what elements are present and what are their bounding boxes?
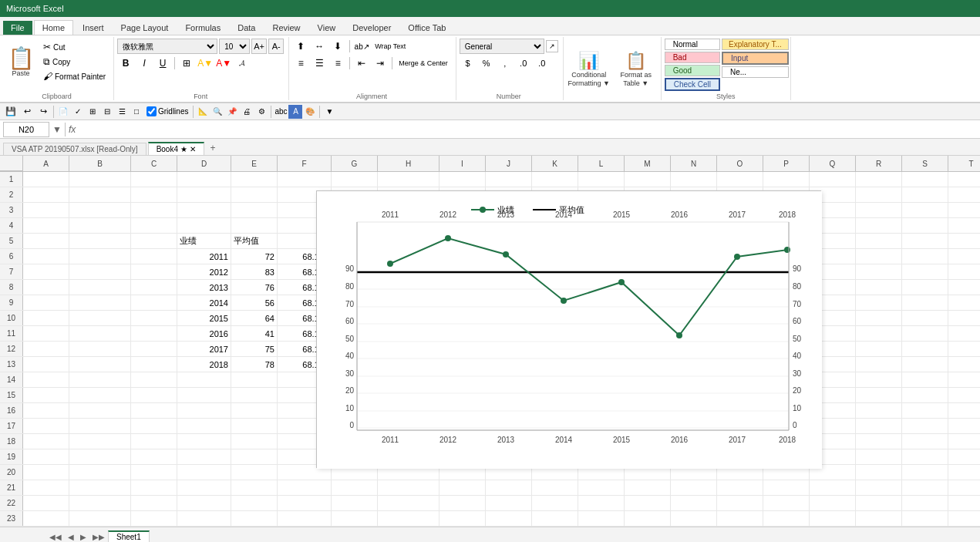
grid-cell[interactable] xyxy=(671,511,717,526)
grid-cell[interactable] xyxy=(902,342,948,356)
style-input[interactable]: Input xyxy=(722,52,789,65)
grid-cell[interactable] xyxy=(378,511,439,526)
grid-cell[interactable] xyxy=(177,203,231,217)
grid-cell[interactable] xyxy=(625,496,671,510)
grid-cell[interactable]: 78 xyxy=(231,357,278,372)
grid-cell[interactable] xyxy=(948,465,980,480)
tab-book4[interactable]: Book4 ★ ✕ xyxy=(148,142,204,155)
formula-input[interactable] xyxy=(79,122,977,137)
col-R[interactable]: R xyxy=(856,156,902,171)
grid-cell[interactable] xyxy=(69,434,131,449)
grid-cell[interactable] xyxy=(177,480,231,495)
grid-cell[interactable] xyxy=(69,234,131,248)
grid-cell[interactable] xyxy=(948,172,980,187)
grid-cell[interactable] xyxy=(231,388,278,402)
col-C[interactable]: C xyxy=(131,156,177,171)
grid-cell[interactable] xyxy=(856,249,902,264)
col-Q[interactable]: Q xyxy=(810,156,856,171)
grid-cell[interactable] xyxy=(231,187,278,202)
color-picker-btn[interactable]: 🎨 xyxy=(303,105,317,119)
grid-cell[interactable] xyxy=(625,511,671,526)
grid-cell[interactable] xyxy=(902,264,948,279)
grid-cell[interactable] xyxy=(902,511,948,526)
grid-cell[interactable] xyxy=(948,218,980,233)
col-N[interactable]: N xyxy=(671,156,717,171)
grid-cell[interactable]: 64 xyxy=(231,311,278,325)
font-effects-button[interactable]: 𝓐 xyxy=(234,56,251,71)
spell-check-button[interactable]: abc xyxy=(274,105,288,119)
grid-cell[interactable] xyxy=(177,372,231,387)
col-J[interactable]: J xyxy=(486,156,532,171)
grid-cell[interactable] xyxy=(177,496,231,510)
grid-cell[interactable] xyxy=(69,326,131,341)
col-S[interactable]: S xyxy=(902,156,948,171)
borders-button[interactable]: ⊞ xyxy=(178,56,195,71)
tab-file[interactable]: File xyxy=(3,21,32,35)
grid-cell[interactable] xyxy=(625,172,671,187)
grid-cell[interactable] xyxy=(23,357,69,372)
grid-cell[interactable] xyxy=(671,496,717,510)
undo-button[interactable]: ↩ xyxy=(19,105,35,119)
tb-btn6[interactable]: □ xyxy=(130,105,143,119)
grid-cell[interactable]: 平均值 xyxy=(231,234,278,248)
grid-cell[interactable] xyxy=(948,187,980,202)
col-T[interactable]: T xyxy=(948,156,980,171)
grid-cell[interactable] xyxy=(948,311,980,325)
grid-cell[interactable] xyxy=(439,172,486,187)
grid-cell[interactable] xyxy=(23,465,69,480)
grid-cell[interactable] xyxy=(902,326,948,341)
grid-cell[interactable] xyxy=(763,172,810,187)
grid-cell[interactable] xyxy=(231,172,278,187)
grid-cell[interactable] xyxy=(23,480,69,495)
grid-cell[interactable] xyxy=(278,511,332,526)
grid-cell[interactable]: 2014 xyxy=(177,295,231,310)
grid-cell[interactable]: 83 xyxy=(231,264,278,279)
grid-cell[interactable] xyxy=(231,496,278,510)
grid-cell[interactable]: 41 xyxy=(231,326,278,341)
grid-cell[interactable] xyxy=(332,172,378,187)
style-bad[interactable]: Bad xyxy=(665,52,720,63)
grid-cell[interactable] xyxy=(23,187,69,202)
grid-cell[interactable] xyxy=(69,372,131,387)
tab-insert[interactable]: Insert xyxy=(75,21,112,35)
grid-cell[interactable]: 2018 xyxy=(177,357,231,372)
grid-cell[interactable] xyxy=(177,403,231,418)
grid-cell[interactable] xyxy=(131,357,177,372)
grid-cell[interactable] xyxy=(69,264,131,279)
grid-cell[interactable]: 56 xyxy=(231,295,278,310)
grid-cell[interactable] xyxy=(177,172,231,187)
grid-cell[interactable] xyxy=(378,480,439,495)
italic-button[interactable]: I xyxy=(136,56,153,71)
grid-cell[interactable] xyxy=(23,264,69,279)
tb-more3[interactable]: 📌 xyxy=(225,105,239,119)
grid-cell[interactable] xyxy=(23,295,69,310)
grid-cell[interactable] xyxy=(439,480,486,495)
grid-cell[interactable] xyxy=(131,449,177,464)
grid-cell[interactable] xyxy=(131,295,177,310)
tb-btn2[interactable]: ✓ xyxy=(71,105,85,119)
grid-cell[interactable] xyxy=(856,480,902,495)
grid-cell[interactable] xyxy=(856,419,902,433)
grid-cell[interactable] xyxy=(23,203,69,217)
grid-cell[interactable] xyxy=(948,511,980,526)
tab-pagelayout[interactable]: Page Layout xyxy=(113,21,177,35)
grid-cell[interactable] xyxy=(131,280,177,295)
decrease-decimal-button[interactable]: .0 xyxy=(534,56,551,71)
grid-cell[interactable] xyxy=(69,311,131,325)
style-check-cell[interactable]: Check Cell xyxy=(665,78,720,91)
col-B[interactable]: B xyxy=(69,156,131,171)
grid-cell[interactable] xyxy=(378,172,439,187)
font-increase-button[interactable]: A+ xyxy=(251,39,267,54)
tab-view[interactable]: View xyxy=(310,21,344,35)
decrease-indent-button[interactable]: ⇤ xyxy=(353,56,370,71)
grid-cell[interactable] xyxy=(856,264,902,279)
grid-cell[interactable] xyxy=(856,434,902,449)
grid-cell[interactable] xyxy=(231,203,278,217)
font-size-select[interactable]: 10 xyxy=(219,39,250,54)
grid-cell[interactable] xyxy=(948,234,980,248)
tab-developer[interactable]: Developer xyxy=(345,21,399,35)
grid-cell[interactable] xyxy=(856,218,902,233)
style-explanatory[interactable]: Explanatory T... xyxy=(722,39,789,50)
grid-cell[interactable] xyxy=(856,187,902,202)
grid-cell[interactable] xyxy=(131,496,177,510)
